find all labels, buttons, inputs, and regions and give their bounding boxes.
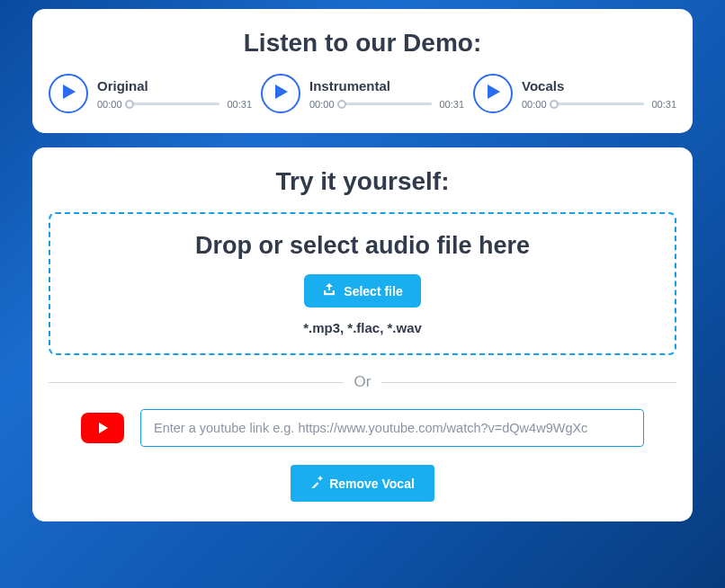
formats-text: *.mp3, *.flac, *.wav: [68, 320, 657, 335]
remove-vocal-button[interactable]: Remove Vocal: [291, 465, 434, 502]
dropzone[interactable]: Drop or select audio file here Select fi…: [49, 212, 676, 355]
select-file-button[interactable]: Select file: [304, 274, 420, 307]
progress-thumb[interactable]: [125, 100, 134, 109]
remove-vocal-label: Remove Vocal: [329, 477, 415, 491]
drop-heading: Drop or select audio file here: [68, 232, 657, 260]
svg-rect-2: [333, 290, 335, 293]
play-icon: [273, 84, 289, 103]
upload-icon: [322, 283, 336, 298]
progress-thumb[interactable]: [550, 100, 559, 109]
svg-rect-0: [324, 293, 335, 295]
player-instrumental: Instrumental 00:00 00:31: [261, 74, 464, 113]
player-vocals: Vocals 00:00 00:31: [473, 74, 676, 113]
demo-card: Listen to our Demo: Original 00:00 00:31: [32, 9, 693, 133]
youtube-row: [49, 409, 676, 447]
progress-track[interactable]: [554, 102, 645, 105]
time-total: 00:31: [651, 99, 676, 110]
player-body: Vocals 00:00 00:31: [522, 78, 676, 110]
player-title: Original: [97, 78, 252, 94]
divider-line: [49, 382, 344, 383]
player-title: Instrumental: [309, 78, 464, 94]
players-row: Original 00:00 00:31 Instrumental 00:00: [49, 74, 676, 113]
time-current: 00:00: [522, 99, 547, 110]
player-body: Instrumental 00:00 00:31: [309, 78, 464, 110]
player-timeline: 00:00 00:31: [309, 99, 464, 110]
player-body: Original 00:00 00:31: [97, 78, 252, 110]
svg-rect-3: [311, 482, 319, 488]
player-timeline: 00:00 00:31: [97, 99, 252, 110]
progress-track[interactable]: [342, 102, 433, 105]
magic-wand-icon: [310, 476, 323, 491]
play-icon: [60, 84, 76, 103]
time-total: 00:31: [227, 99, 252, 110]
try-card: Try it yourself: Drop or select audio fi…: [32, 147, 693, 521]
play-icon: [485, 84, 501, 103]
youtube-icon: [81, 413, 124, 443]
demo-heading: Listen to our Demo:: [49, 29, 676, 58]
or-divider: Or: [49, 373, 676, 391]
divider-line: [381, 382, 676, 383]
select-file-label: Select file: [344, 284, 402, 298]
svg-rect-1: [324, 290, 326, 293]
player-timeline: 00:00 00:31: [522, 99, 676, 110]
youtube-url-input[interactable]: [140, 409, 644, 447]
play-button-original[interactable]: [49, 74, 88, 113]
try-heading: Try it yourself:: [49, 167, 676, 196]
remove-row: Remove Vocal: [49, 465, 676, 502]
player-title: Vocals: [522, 78, 676, 94]
play-button-vocals[interactable]: [473, 74, 513, 113]
or-label: Or: [354, 373, 371, 391]
progress-thumb[interactable]: [337, 100, 346, 109]
time-current: 00:00: [97, 99, 122, 110]
time-current: 00:00: [309, 99, 335, 110]
play-button-instrumental[interactable]: [261, 74, 300, 113]
progress-track[interactable]: [130, 102, 220, 105]
player-original: Original 00:00 00:31: [49, 74, 252, 113]
time-total: 00:31: [439, 99, 464, 110]
